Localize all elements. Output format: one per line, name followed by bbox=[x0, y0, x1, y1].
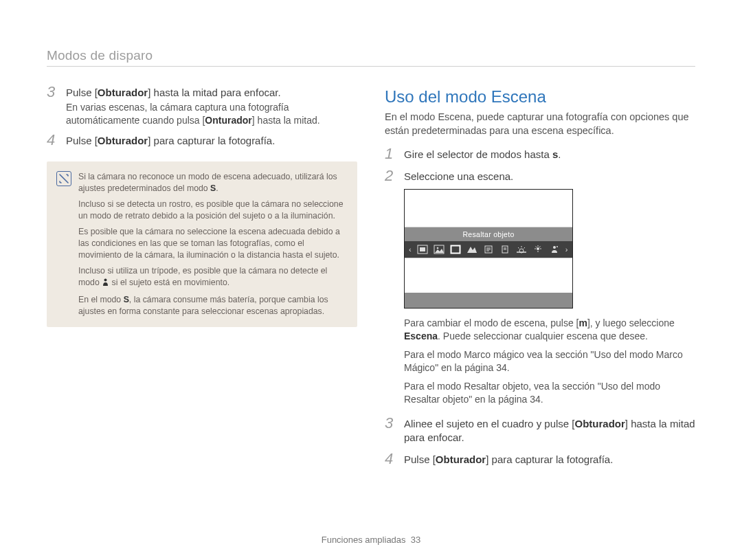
note-item: Si la cámara no reconoce un modo de esce… bbox=[78, 171, 348, 194]
svg-line-16 bbox=[518, 247, 519, 249]
step-number: 3 bbox=[385, 416, 397, 445]
camera-screen-preview: Resaltar objeto ‹ › bbox=[404, 189, 573, 309]
screen-mode-label: Resaltar objeto bbox=[405, 227, 572, 241]
step-1-right: 1 Gire el selector de modos hasta s. bbox=[385, 148, 695, 163]
step-main-text: Pulse [Obturador] para capturar la fotog… bbox=[404, 453, 695, 467]
sunset-icon bbox=[515, 244, 528, 255]
note-item: Incluso si se detecta un rostro, es posi… bbox=[78, 199, 348, 222]
svg-point-18 bbox=[537, 247, 539, 250]
breadcrumb: Modos de disparo bbox=[47, 48, 695, 67]
section-intro: En el modo Escena, puede capturar una fo… bbox=[385, 111, 695, 137]
step-2-right: 2 Seleccione una escena. bbox=[385, 170, 695, 185]
step-number: 3 bbox=[47, 85, 59, 126]
document-icon bbox=[498, 244, 512, 255]
step-number: 2 bbox=[385, 168, 397, 183]
note-body: Si la cámara no reconoce un modo de esce… bbox=[78, 171, 348, 317]
step-main-text: Alinee el sujeto en el cuadro y pulse [O… bbox=[404, 417, 695, 445]
step-3-left: 3 Pulse [Obturador] hasta la mitad para … bbox=[47, 86, 357, 127]
step-main-text: Pulse [Obturador] hasta la mitad para en… bbox=[66, 86, 357, 100]
info-paragraphs: Para cambiar el modo de escena, pulse [m… bbox=[404, 317, 695, 405]
person-dark-icon bbox=[548, 244, 561, 255]
step-number: 4 bbox=[47, 133, 59, 148]
section-title: Uso del modo Escena bbox=[385, 86, 695, 108]
square-icon bbox=[449, 244, 462, 255]
svg-rect-5 bbox=[451, 246, 460, 254]
left-column: 3 Pulse [Obturador] hasta la mitad para … bbox=[47, 86, 357, 475]
screen-bottom-bar bbox=[405, 293, 572, 308]
step-number: 4 bbox=[385, 451, 397, 467]
step-body: Seleccione una escena. bbox=[404, 170, 695, 185]
step-body: Alinee el sujeto en el cuadro y pulse [O… bbox=[404, 417, 695, 447]
frame-icon bbox=[416, 244, 429, 255]
lamp-icon bbox=[531, 244, 545, 255]
step-body: Pulse [Obturador] hasta la mitad para en… bbox=[66, 86, 357, 127]
step-4-left: 4 Pulse [Obturador] para capturar la fot… bbox=[47, 134, 357, 149]
step-sub-text: En varias escenas, la cámara captura una… bbox=[66, 101, 357, 127]
svg-line-24 bbox=[539, 247, 541, 248]
step-main-text: Seleccione una escena. bbox=[404, 170, 695, 183]
svg-line-17 bbox=[524, 247, 525, 249]
text-icon bbox=[482, 244, 495, 255]
right-column: Uso del modo Escena En el modo Escena, p… bbox=[385, 86, 695, 475]
note-item: En el modo S, la cámara consume más bate… bbox=[78, 294, 348, 317]
note-box: Si la cámara no reconoce un modo de esce… bbox=[47, 161, 357, 327]
note-item: Es posible que la cámara no seleccione l… bbox=[78, 226, 348, 261]
step-number: 1 bbox=[385, 146, 397, 161]
svg-rect-2 bbox=[420, 247, 425, 251]
screen-top-area bbox=[405, 190, 572, 227]
step-main-text: Gire el selector de modos hasta s. bbox=[404, 148, 695, 161]
screen-mid-area bbox=[405, 258, 572, 293]
page-footer: Funciones ampliadas 33 bbox=[0, 535, 742, 545]
content-columns: 3 Pulse [Obturador] hasta la mitad para … bbox=[47, 86, 695, 475]
person-icon bbox=[102, 278, 109, 290]
svg-point-26 bbox=[556, 246, 558, 247]
svg-point-4 bbox=[436, 247, 438, 249]
info-paragraph: Para el modo Resaltar objeto, vea la sec… bbox=[404, 380, 695, 406]
svg-point-0 bbox=[104, 279, 107, 282]
manual-page: Modos de disparo 3 Pulse [Obturador] has… bbox=[0, 0, 742, 560]
step-4-right: 4 Pulse [Obturador] para capturar la fot… bbox=[385, 453, 695, 468]
step-body: Gire el selector de modos hasta s. bbox=[404, 148, 695, 163]
step-body: Pulse [Obturador] para capturar la fotog… bbox=[66, 134, 357, 149]
note-item: Incluso si utiliza un trípode, es posibl… bbox=[78, 265, 348, 290]
note-icon bbox=[56, 171, 71, 186]
footer-page-number: 33 bbox=[411, 535, 420, 545]
svg-line-23 bbox=[535, 247, 537, 248]
step-3-right: 3 Alinee el sujeto en el cuadro y pulse … bbox=[385, 417, 695, 447]
step-body: Pulse [Obturador] para capturar la fotog… bbox=[404, 453, 695, 468]
chevron-right-icon: › bbox=[564, 245, 570, 255]
info-paragraph: Para cambiar el modo de escena, pulse [m… bbox=[404, 317, 695, 343]
picture-icon bbox=[432, 244, 446, 255]
info-paragraph: Para el modo Marco mágico vea la sección… bbox=[404, 348, 695, 374]
step-main-text: Pulse [Obturador] para capturar la fotog… bbox=[66, 134, 357, 148]
mountain-icon bbox=[465, 244, 479, 255]
footer-section: Funciones ampliadas bbox=[322, 535, 406, 545]
screen-icon-strip: ‹ › bbox=[405, 241, 572, 258]
svg-point-25 bbox=[553, 246, 556, 249]
chevron-left-icon: ‹ bbox=[407, 245, 413, 255]
